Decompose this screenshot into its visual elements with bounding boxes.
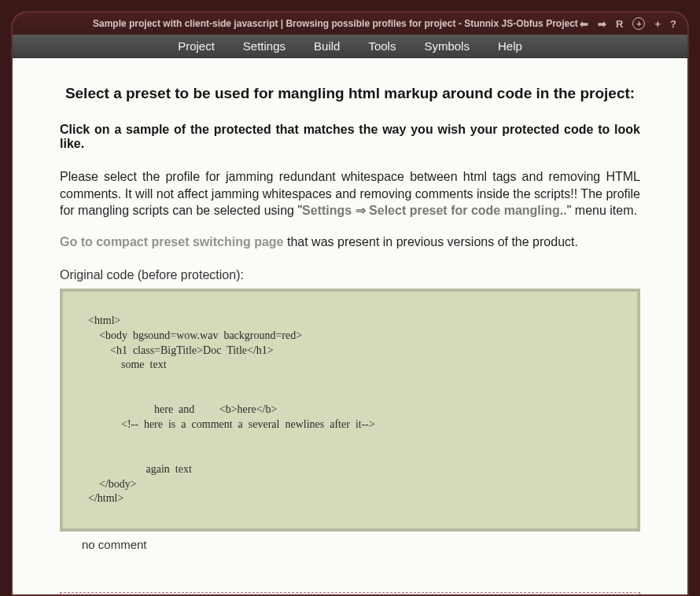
compact-rest: that was present in previous versions of… (284, 235, 578, 248)
paragraph-post: " menu item. (567, 204, 637, 217)
compact-switch-line: Go to compact preset switching page that… (60, 235, 640, 249)
toolbar-icons: ⬅ ➡ R + + ? (580, 17, 676, 30)
title-bar: Sample project with client-side javascri… (13, 13, 687, 35)
reload-icon[interactable]: R (616, 18, 623, 30)
page-heading: Select a preset to be used for mangling … (60, 85, 640, 102)
menu-tools[interactable]: Tools (368, 39, 396, 53)
menu-project[interactable]: Project (178, 39, 215, 53)
back-icon[interactable]: ⬅ (580, 18, 588, 30)
menu-help[interactable]: Help (498, 39, 522, 53)
no-comment-label: no comment (82, 538, 640, 551)
zoom-in-icon[interactable]: + (632, 17, 645, 30)
original-code-box: <html> <body bgsound=wow.wav background=… (60, 289, 640, 532)
menu-symbols[interactable]: Symbols (424, 39, 470, 53)
app-window: Sample project with client-side javascri… (11, 11, 689, 596)
menu-bar: Project Settings Build Tools Symbols Hel… (13, 35, 687, 58)
inline-menu-path: Settings ⇒ Select preset for code mangli… (302, 204, 567, 217)
preset-sample-box[interactable] (60, 592, 640, 594)
menu-build[interactable]: Build (314, 39, 340, 53)
menu-settings[interactable]: Settings (243, 39, 286, 53)
breadcrumb: Sample project with client-side javascri… (24, 18, 580, 29)
original-code-label: Original code (before protection): (60, 268, 640, 282)
help-icon[interactable]: ? (670, 18, 676, 30)
instruction-paragraph: Please select the profile for jamming re… (60, 168, 640, 219)
plus-icon[interactable]: + (654, 18, 661, 30)
forward-icon[interactable]: ➡ (598, 18, 606, 30)
compact-preset-link[interactable]: Go to compact preset switching page (60, 235, 284, 248)
page-subheading: Click on a sample of the protected that … (60, 123, 640, 151)
content-area: Select a preset to be used for mangling … (13, 58, 687, 594)
